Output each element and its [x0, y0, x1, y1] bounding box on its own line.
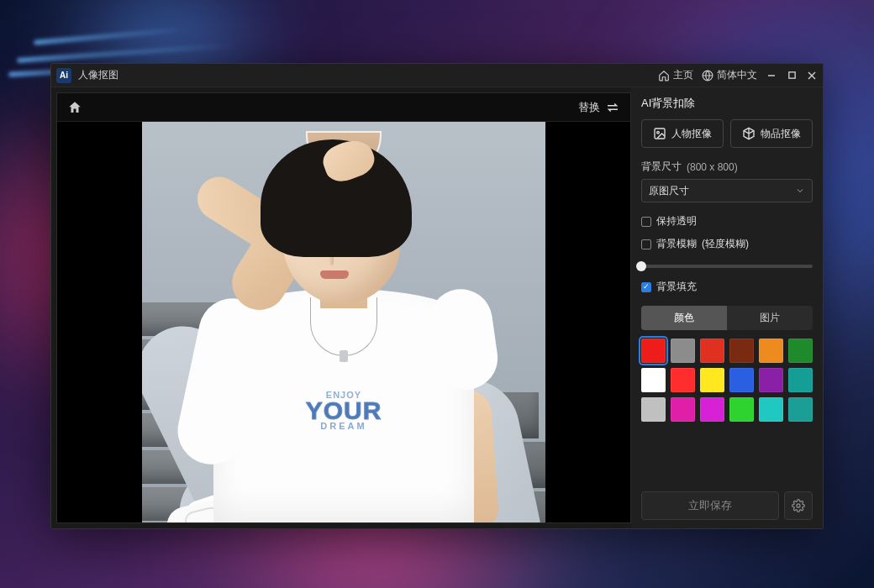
color-swatch[interactable] — [788, 339, 813, 363]
cube-icon — [742, 127, 756, 140]
size-select-value: 原图尺寸 — [649, 184, 689, 198]
sidebar: AI背景扣除 人物抠像 物品抠像 背景尺寸 (800 x 800) — [631, 87, 823, 528]
color-swatch[interactable] — [641, 339, 666, 363]
color-swatch-grid — [641, 339, 813, 422]
slider-thumb[interactable] — [636, 261, 646, 271]
mode-object-label: 物品抠像 — [761, 127, 801, 141]
bg-blur-slider[interactable] — [641, 265, 813, 268]
globe-icon — [702, 70, 713, 81]
shirt-print-line3: DREAM — [306, 421, 382, 431]
chevron-down-icon — [795, 186, 805, 196]
color-swatch[interactable] — [671, 397, 695, 422]
color-swatch[interactable] — [700, 339, 724, 363]
color-swatch[interactable] — [759, 339, 783, 363]
color-swatch[interactable] — [729, 397, 754, 422]
app-icon: Ai — [56, 68, 71, 83]
swap-icon — [605, 100, 620, 115]
mode-person-button[interactable]: 人物抠像 — [641, 119, 724, 148]
keep-transparent-label: 保持透明 — [656, 214, 697, 228]
color-swatch[interactable] — [700, 397, 724, 422]
mode-object-button[interactable]: 物品抠像 — [730, 119, 813, 148]
canvas-home-button[interactable] — [67, 100, 82, 115]
shirt-print-line2: YOUR — [306, 400, 382, 422]
mode-person-label: 人物抠像 — [671, 127, 712, 141]
bg-size-value: (800 x 800) — [687, 161, 738, 173]
replace-button[interactable]: 替换 — [578, 100, 620, 115]
home-icon — [658, 70, 670, 81]
person-icon — [653, 127, 666, 140]
svg-rect-5 — [655, 129, 665, 139]
shirt-print-line1: ENJOY — [306, 390, 382, 400]
color-swatch[interactable] — [671, 368, 695, 392]
color-swatch[interactable] — [788, 368, 813, 392]
preview-image: ENJOY YOUR DREAM — [142, 122, 545, 522]
color-swatch[interactable] — [729, 339, 754, 363]
home-link[interactable]: 主页 — [658, 68, 693, 82]
maximize-button[interactable] — [786, 70, 798, 81]
size-select[interactable]: 原图尺寸 — [641, 179, 813, 202]
color-swatch[interactable] — [641, 368, 666, 392]
titlebar: Ai 人像抠图 主页 简体中文 — [51, 64, 823, 87]
bg-fill-label: 背景填充 — [656, 280, 697, 294]
bg-blur-checkbox[interactable]: 背景模糊 (轻度模糊) — [641, 237, 813, 251]
canvas-panel: 替换 — [56, 92, 631, 523]
minimize-button[interactable] — [766, 70, 777, 81]
app-window: Ai 人像抠图 主页 简体中文 — [50, 63, 824, 529]
tab-image[interactable]: 图片 — [727, 306, 813, 330]
close-button[interactable] — [806, 70, 818, 81]
color-swatch[interactable] — [788, 397, 813, 422]
color-swatch[interactable] — [671, 339, 695, 363]
bg-fill-checkbox[interactable]: 背景填充 — [641, 280, 813, 294]
home-link-label: 主页 — [673, 68, 693, 82]
checkbox-icon — [641, 217, 651, 227]
language-label: 简体中文 — [717, 68, 757, 82]
svg-rect-2 — [788, 72, 794, 78]
color-swatch[interactable] — [759, 397, 783, 422]
save-button[interactable]: 立即保存 — [641, 491, 779, 520]
save-options-button[interactable] — [784, 491, 813, 520]
window-title: 人像抠图 — [78, 68, 118, 82]
svg-point-6 — [657, 131, 660, 134]
tab-color[interactable]: 颜色 — [641, 306, 727, 330]
gear-icon — [792, 499, 805, 512]
color-swatch[interactable] — [700, 368, 724, 392]
keep-transparent-checkbox[interactable]: 保持透明 — [641, 214, 813, 228]
svg-point-7 — [797, 504, 800, 507]
bg-blur-hint: (轻度模糊) — [702, 237, 749, 251]
checkbox-checked-icon — [641, 282, 651, 292]
color-swatch[interactable] — [729, 368, 754, 392]
checkbox-icon — [641, 239, 651, 249]
bg-size-label: 背景尺寸 (800 x 800) — [641, 160, 813, 174]
color-swatch[interactable] — [641, 397, 666, 422]
panel-title: AI背景扣除 — [641, 96, 813, 111]
replace-label: 替换 — [578, 100, 600, 115]
bg-blur-label: 背景模糊 — [656, 237, 697, 251]
canvas-toolbar: 替换 — [57, 93, 630, 122]
canvas-area[interactable]: ENJOY YOUR DREAM — [57, 122, 630, 522]
color-swatch[interactable] — [759, 368, 783, 392]
fill-tabs: 颜色 图片 — [641, 306, 813, 330]
language-selector[interactable]: 简体中文 — [702, 68, 757, 82]
